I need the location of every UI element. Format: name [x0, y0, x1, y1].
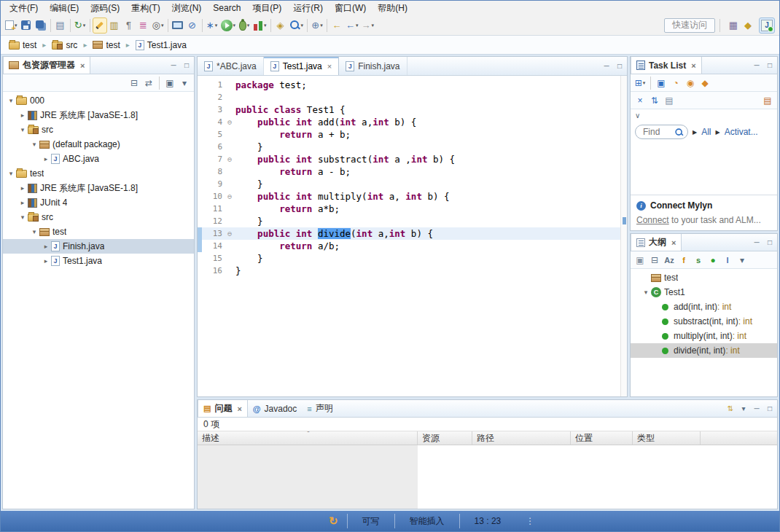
find-input[interactable]: [641, 126, 674, 138]
view-menu-icon[interactable]: ▾: [738, 400, 749, 417]
code-editor[interactable]: 1package test;23public class Test1 {4⊖ p…: [198, 76, 627, 396]
close-icon[interactable]: ×: [691, 61, 695, 70]
menu-item[interactable]: 文件(F): [4, 1, 44, 16]
tree-item[interactable]: ▾src: [3, 122, 194, 137]
twistie-icon[interactable]: ▸: [17, 184, 28, 192]
find-box[interactable]: [635, 125, 688, 139]
tab-task-list[interactable]: Task List ×: [631, 57, 702, 74]
scope-all-link[interactable]: All: [701, 127, 711, 137]
tab-problems-icon[interactable]: ▤问题×: [198, 400, 248, 417]
scheduled-icon[interactable]: ◔: [669, 76, 682, 90]
fold-marker-icon[interactable]: ⊖: [224, 116, 235, 128]
hide-static-icon[interactable]: s: [692, 253, 705, 267]
close-icon[interactable]: ×: [80, 61, 85, 70]
code-line[interactable]: 16}: [198, 265, 627, 277]
minimize-icon[interactable]: ─: [751, 234, 763, 251]
hide-fields-icon[interactable]: f: [677, 253, 690, 267]
maximize-icon[interactable]: □: [764, 400, 776, 417]
minimize-icon[interactable]: ─: [601, 57, 612, 75]
code-line[interactable]: 1package test;: [198, 79, 627, 91]
tree-item[interactable]: ▸JFinish.java: [3, 239, 194, 254]
annotations-icon[interactable]: ≣: [136, 17, 151, 34]
tree-item[interactable]: ▸JUnit 4: [3, 195, 194, 210]
new-annotation-icon[interactable]: ⊕▾: [310, 17, 324, 34]
run-icon[interactable]: ▾: [219, 17, 238, 34]
code-line[interactable]: 10⊖ public int multiply(int a, int b) {: [198, 190, 627, 203]
record-icon[interactable]: ◎▾: [151, 17, 165, 34]
tree-item[interactable]: ▾(default package): [3, 137, 194, 152]
task-list-collapse-chevron[interactable]: ∨: [631, 109, 777, 121]
minimize-icon[interactable]: ─: [751, 57, 763, 74]
tree-item[interactable]: ▸JRE 系统库 [JavaSE-1.8]: [3, 181, 194, 195]
menu-item[interactable]: 浏览(N): [166, 1, 208, 16]
menu-item[interactable]: 源码(S): [85, 1, 125, 16]
save-all-icon[interactable]: [34, 17, 48, 34]
java-perspective-icon[interactable]: J: [759, 17, 775, 34]
tree-item[interactable]: ▾test: [3, 166, 194, 181]
new-wizard-icon[interactable]: ▾: [4, 17, 19, 34]
fold-marker-icon[interactable]: ⊖: [224, 190, 235, 203]
categorized-icon[interactable]: ▣: [655, 76, 668, 90]
tree-item[interactable]: ▸JABC.java: [3, 152, 194, 166]
twistie-icon[interactable]: ▸: [41, 155, 51, 163]
menu-item[interactable]: 运行(R): [287, 1, 329, 16]
menu-item[interactable]: 窗口(W): [329, 1, 372, 16]
menu-item[interactable]: 项目(P): [246, 1, 287, 16]
menu-item[interactable]: 重构(T): [125, 1, 165, 16]
tab-package-explorer[interactable]: 包资源管理器 ×: [3, 57, 90, 74]
print-icon[interactable]: ▤: [53, 17, 68, 34]
twistie-icon[interactable]: ▾: [29, 228, 39, 235]
column-header[interactable]: 位置: [571, 431, 633, 445]
column-header[interactable]: 类型: [633, 431, 701, 445]
skip-breakpoints-icon[interactable]: ⊘: [185, 17, 200, 34]
breadcrumb-item[interactable]: src: [50, 39, 79, 52]
close-icon[interactable]: ×: [237, 404, 241, 413]
code-line[interactable]: 5 return a + b;: [198, 128, 627, 141]
code-line[interactable]: 2: [198, 91, 627, 103]
breadcrumb-item[interactable]: JTest1.java: [133, 39, 189, 52]
activate-link[interactable]: Activat...: [725, 127, 758, 137]
other-perspective-icon[interactable]: ◆: [741, 17, 755, 34]
twistie-icon[interactable]: ▾: [17, 126, 28, 133]
code-line[interactable]: 3public class Test1 {: [198, 103, 627, 116]
overview-ruler[interactable]: [620, 76, 627, 396]
filter-icon[interactable]: ⇅: [725, 400, 736, 417]
search-icon[interactable]: ▾: [288, 17, 305, 34]
view-menu-icon[interactable]: ▾: [178, 76, 191, 90]
focus-icon[interactable]: ▣: [163, 76, 176, 90]
menu-item[interactable]: 编辑(E): [44, 1, 85, 16]
synchronize-icon[interactable]: ⇅: [648, 93, 661, 108]
presentation-icon[interactable]: ◆: [698, 76, 711, 90]
twistie-icon[interactable]: ▾: [17, 214, 28, 221]
tree-item[interactable]: ▾src: [3, 210, 194, 224]
focus-icon[interactable]: ▣: [633, 253, 647, 267]
tree-item[interactable]: ▸JRE 系统库 [JavaSE-1.8]: [3, 108, 194, 122]
maximize-icon[interactable]: □: [764, 234, 776, 251]
tab-declaration-icon[interactable]: ≡声明: [302, 400, 338, 417]
column-header[interactable]: 描述ˆ: [198, 431, 418, 445]
code-line[interactable]: 11 return a*b;: [198, 203, 627, 215]
outline-item[interactable]: substract(int, int) : int: [631, 314, 777, 329]
outline-item[interactable]: add(int, int) : int: [631, 300, 777, 314]
editor-tab[interactable]: J*ABC.java: [198, 57, 264, 75]
maximize-icon[interactable]: □: [614, 57, 625, 75]
tree-item[interactable]: ▾000: [3, 93, 194, 108]
close-icon[interactable]: ×: [327, 62, 332, 71]
twistie-icon[interactable]: ▸: [17, 112, 28, 119]
fold-marker-icon[interactable]: ⊖: [224, 227, 235, 240]
view-menu-icon[interactable]: ▾: [736, 253, 749, 267]
menu-item[interactable]: 帮助(H): [372, 1, 413, 16]
code-line[interactable]: 15 }: [198, 252, 627, 265]
junit-icon[interactable]: ∗▾: [205, 17, 219, 34]
sort-icon[interactable]: Az: [663, 253, 676, 267]
column-header[interactable]: 资源: [418, 431, 472, 445]
tree-item[interactable]: ▸JTest1.java: [3, 254, 194, 268]
code-line[interactable]: 13⊖ public int divide(int a,int b) {: [198, 227, 627, 240]
back-icon[interactable]: ←▾: [344, 17, 360, 34]
focus-workweek-icon[interactable]: ◉: [684, 76, 697, 90]
editor-tab[interactable]: JFinish.java: [339, 57, 407, 75]
connect-link[interactable]: Connect: [636, 215, 669, 225]
maximize-icon[interactable]: □: [181, 57, 192, 74]
delete-icon[interactable]: ×: [633, 93, 647, 108]
link-editor-icon[interactable]: ⇄: [142, 76, 155, 90]
